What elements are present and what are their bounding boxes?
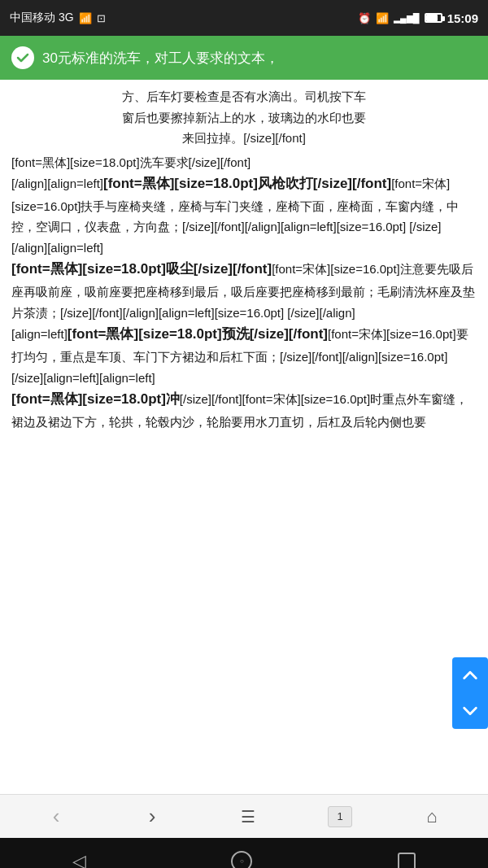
android-home-button[interactable]: ○ — [231, 851, 252, 869]
nav-home-button[interactable]: ⌂ — [416, 800, 448, 833]
alarm-icon: ⏰ — [358, 12, 371, 24]
android-home-icon: ○ — [231, 851, 252, 869]
page-number-text: 1 — [337, 810, 342, 822]
content-block-1: [font=黑体][size=18.0pt]洗车要求[/size][/font] — [11, 152, 477, 173]
time-display: 15:09 — [447, 11, 478, 25]
nav-back-button[interactable]: ‹ — [40, 800, 72, 833]
block3-bold-text: [font=黑体][size=18.0pt]风枪吹打[/size][/font] — [103, 176, 391, 191]
android-back-button[interactable]: ◁ — [72, 851, 86, 869]
content-block-3: [font=黑体][size=18.0pt]吸尘[/size][/font][f… — [11, 258, 477, 323]
content-block-2: [/align][align=left][font=黑体][size=18.0p… — [11, 172, 477, 258]
android-recent-icon — [398, 853, 416, 869]
signal-strength-icon: ▂▄▆█ — [394, 13, 420, 24]
title-bar: 30元标准的洗车，对工人要求的文本， — [0, 36, 488, 80]
block4-bold-text: [font=黑体][size=18.0pt]吸尘[/size][/font] — [11, 261, 272, 277]
android-nav-bar: ◁ ○ 坛 iWaxBBS.com — [0, 838, 488, 868]
carrier-text: 中国移动 3G — [10, 11, 74, 25]
content-top-para: 方、后车灯要检查是否有水滴出。司机按下车 窗后也要擦掉新沾上的水，玻璃边的水印也… — [11, 86, 477, 149]
wifi-icon: 📶 — [376, 12, 389, 24]
charge-icon: ⊡ — [97, 12, 106, 24]
block6-tag-end: [/size][/font] — [180, 392, 242, 406]
block5-bold-text: [font=黑体][size=18.0pt]预洗[/size][/font] — [68, 326, 328, 342]
content-area: 方、后车灯要检查是否有水滴出。司机按下车 窗后也要擦掉新沾上的水，玻璃边的水印也… — [0, 80, 488, 794]
signal-icon: 📶 — [79, 12, 92, 24]
browser-nav-bar: ‹ › ☰ 1 ⌂ — [0, 794, 488, 838]
status-bar: 中国移动 3G 📶 ⊡ ⏰ 📶 ▂▄▆█ 15:09 — [0, 0, 488, 36]
nav-back-icon: ‹ — [53, 804, 60, 829]
scroll-up-button[interactable] — [452, 657, 488, 693]
nav-menu-icon: ☰ — [241, 807, 255, 827]
nav-forward-button[interactable]: › — [136, 800, 168, 833]
status-right: ⏰ 📶 ▂▄▆█ 15:09 — [358, 11, 478, 25]
content-block-5: [font=黑体][size=18.0pt]冲[/size][/font][fo… — [11, 388, 477, 432]
content-scroll: 方、后车灯要检查是否有水滴出。司机按下车 窗后也要擦掉新沾上的水，玻璃边的水印也… — [0, 80, 488, 441]
android-back-icon: ◁ — [72, 851, 86, 869]
scroll-buttons — [452, 657, 488, 729]
nav-menu-button[interactable]: ☰ — [232, 800, 264, 833]
block2-align-text: [/align][align=left] — [11, 177, 103, 190]
check-icon — [11, 46, 34, 69]
status-left: 中国移动 3G 📶 ⊡ — [10, 11, 106, 25]
android-recent-button[interactable] — [398, 853, 416, 869]
page-number: 1 — [328, 806, 352, 827]
nav-home-icon: ⌂ — [426, 806, 437, 827]
scroll-down-button[interactable] — [452, 693, 488, 729]
block6-bold-text: [font=黑体][size=18.0pt]冲 — [11, 391, 180, 407]
nav-forward-icon: › — [149, 804, 156, 829]
block5-align-text: [align=left] — [11, 327, 68, 341]
battery-icon — [425, 13, 442, 23]
page-title: 30元标准的洗车，对工人要求的文本， — [42, 49, 279, 68]
content-block-4: [align=left][font=黑体][size=18.0pt]预洗[/si… — [11, 323, 477, 388]
block1-text: [font=黑体][size=18.0pt]洗车要求[/size][/font] — [11, 155, 251, 169]
